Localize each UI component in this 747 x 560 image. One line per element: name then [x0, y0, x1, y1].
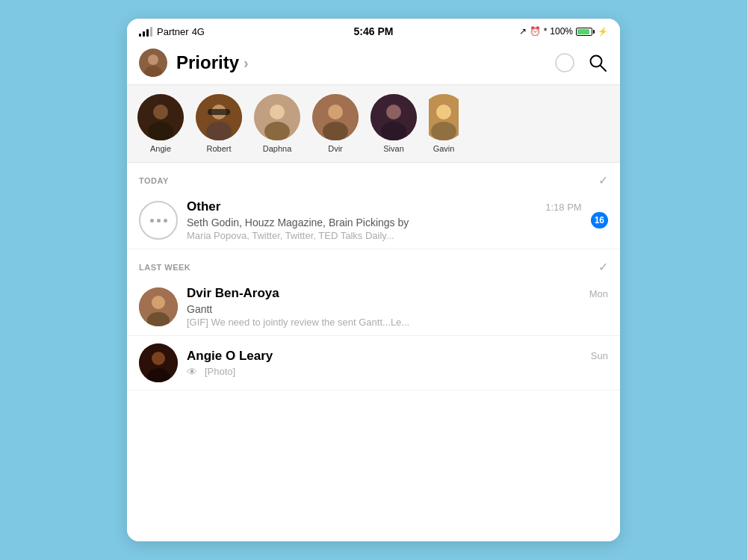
phone-frame: Partner 4G 5:46 PM ↗ ⏰ * 100% ⚡ — [127, 19, 620, 541]
section-header-today: TODAY ✓ — [127, 163, 620, 192]
title-text: Priority — [176, 52, 239, 73]
svg-point-14 — [270, 105, 285, 119]
status-bar: Partner 4G 5:46 PM ↗ ⏰ * 100% ⚡ — [127, 19, 620, 43]
message-top-row-angie: Angie O Leary Sun — [187, 349, 608, 364]
inbox-title: Priority › — [176, 52, 554, 73]
svg-line-5 — [601, 66, 607, 72]
svg-point-23 — [436, 105, 451, 119]
status-left: Partner 4G — [139, 26, 205, 37]
message-item-angie[interactable]: Angie O Leary Sun 👁 [Photo] — [127, 336, 620, 391]
story-daphna[interactable]: Daphna — [254, 94, 300, 153]
dot-3 — [164, 219, 167, 223]
story-angie[interactable]: Angie — [137, 94, 184, 153]
message-time-dvir: Mon — [589, 288, 608, 299]
story-name-robert: Robert — [206, 144, 231, 153]
svg-point-7 — [153, 105, 168, 119]
message-content-angie: Angie O Leary Sun 👁 [Photo] — [187, 349, 608, 378]
section-header-lastweek: LAST WEEK ✓ — [127, 249, 620, 279]
avatar-dvir — [139, 287, 178, 326]
message-preview-angie: [Photo] — [205, 366, 235, 377]
story-name-gavin: Gavin — [433, 144, 455, 153]
unread-badge-other: 16 — [591, 212, 608, 228]
time-display: 5:46 PM — [354, 25, 394, 37]
message-time-angie: Sun — [591, 350, 608, 361]
user-avatar[interactable] — [139, 49, 167, 77]
svg-point-24 — [431, 122, 456, 140]
battery-percent: 100% — [550, 26, 573, 37]
message-preview-row-angie: 👁 [Photo] — [187, 366, 608, 378]
message-item-other[interactable]: Other 1:18 PM Seth Godin, Houzz Magazine… — [127, 192, 620, 249]
svg-point-3 — [556, 54, 574, 72]
message-top-row-dvir: Dvir Ben-Aroya Mon — [187, 286, 608, 301]
alarm-icon: ⏰ — [530, 26, 541, 37]
header-actions — [554, 52, 608, 73]
svg-point-18 — [323, 122, 348, 140]
story-robert[interactable]: Robert — [196, 94, 242, 153]
svg-point-11 — [206, 122, 232, 140]
svg-point-29 — [152, 352, 165, 365]
group-avatar — [139, 201, 178, 240]
story-avatar-dvir — [312, 94, 359, 140]
compose-button[interactable] — [554, 52, 575, 73]
message-sender-dvir: Dvir Ben-Aroya — [187, 286, 279, 301]
story-avatar-daphna — [254, 94, 300, 140]
message-time-other: 1:18 PM — [545, 202, 581, 213]
section-check-today: ✓ — [598, 173, 608, 187]
dot-1 — [150, 219, 154, 223]
story-avatar-angie — [137, 94, 184, 140]
battery-icon — [576, 28, 595, 36]
message-preview-dvir: [GIF] We need to jointly review the sent… — [187, 317, 409, 328]
dot-2 — [157, 219, 161, 223]
search-button[interactable] — [587, 52, 608, 73]
bluetooth-icon: * — [544, 26, 548, 37]
story-gavin[interactable]: Gavin — [429, 94, 459, 153]
signal-icon — [139, 26, 152, 37]
svg-point-8 — [148, 122, 173, 140]
message-content-other: Other 1:18 PM Seth Godin, Houzz Magazine… — [187, 199, 582, 241]
message-preview-row-dvir: [GIF] We need to jointly review the sent… — [187, 317, 608, 328]
chevron-icon: › — [244, 55, 249, 72]
message-item-dvir[interactable]: Dvir Ben-Aroya Mon Gantt [GIF] We need t… — [127, 279, 620, 336]
message-top-row: Other 1:18 PM — [187, 199, 582, 214]
svg-point-15 — [264, 122, 290, 140]
section-label-today: TODAY — [139, 176, 169, 185]
svg-rect-12 — [208, 109, 230, 115]
story-dvir[interactable]: Dvir — [312, 94, 359, 153]
story-name-daphna: Daphna — [263, 144, 292, 153]
message-content-dvir: Dvir Ben-Aroya Mon Gantt [GIF] We need t… — [187, 286, 608, 328]
location-icon: ↗ — [519, 26, 527, 37]
story-avatar-sivan — [371, 94, 417, 140]
story-sivan[interactable]: Sivan — [371, 94, 417, 153]
message-sender-other: Other — [187, 199, 220, 214]
svg-point-21 — [381, 122, 406, 140]
story-name-angie: Angie — [150, 144, 171, 153]
network-label: 4G — [192, 26, 205, 37]
section-label-lastweek: LAST WEEK — [139, 263, 190, 272]
message-preview-row: Maria Popova, Twitter, Twitter, TED Talk… — [187, 230, 582, 241]
story-avatar-robert — [196, 94, 242, 140]
charging-icon: ⚡ — [598, 27, 608, 37]
message-subject-other: Seth Godin, Houzz Magazine, Brain Pickin… — [187, 217, 582, 228]
avatar-angie-large — [139, 343, 178, 382]
carrier-label: Partner — [157, 26, 189, 37]
section-check-lastweek: ✓ — [598, 260, 608, 274]
message-preview-other: Maria Popova, Twitter, Twitter, TED Talk… — [187, 230, 394, 241]
message-meta-other: 16 — [591, 212, 608, 228]
message-list: TODAY ✓ Other 1:18 PM Seth Godin, Houzz … — [127, 163, 620, 541]
svg-point-17 — [328, 105, 343, 119]
message-sender-angie: Angie O Leary — [187, 349, 273, 364]
story-avatar-gavin — [429, 94, 459, 140]
svg-point-1 — [148, 55, 158, 65]
message-subject-dvir: Gantt — [187, 303, 608, 315]
story-name-sivan: Sivan — [383, 144, 404, 153]
eye-icon: 👁 — [187, 366, 197, 378]
story-name-dvir: Dvir — [328, 144, 343, 153]
status-right: ↗ ⏰ * 100% ⚡ — [519, 26, 608, 37]
svg-point-26 — [152, 296, 165, 309]
svg-point-20 — [386, 105, 401, 119]
app-header: Priority › — [127, 43, 620, 85]
stories-row: Angie Robert Daphna — [127, 85, 620, 163]
